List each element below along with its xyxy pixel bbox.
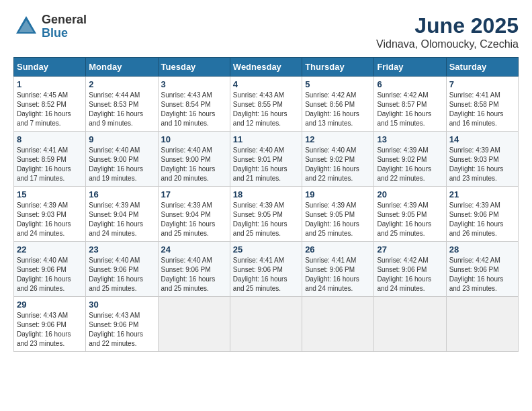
- day-info: Sunrise: 4:39 AM Sunset: 9:03 PM Dayligh…: [449, 146, 515, 183]
- calendar-day-cell: 16Sunrise: 4:39 AM Sunset: 9:04 PM Dayli…: [86, 187, 158, 242]
- day-info: Sunrise: 4:42 AM Sunset: 8:56 PM Dayligh…: [305, 91, 371, 128]
- day-number: 2: [89, 79, 154, 89]
- day-number: 24: [161, 244, 227, 255]
- day-number: 9: [89, 134, 154, 144]
- calendar-week-5: 29Sunrise: 4:43 AM Sunset: 9:06 PM Dayli…: [14, 297, 519, 352]
- col-header-thursday: Thursday: [302, 58, 374, 77]
- calendar-day-cell: 27Sunrise: 4:42 AM Sunset: 9:06 PM Dayli…: [374, 242, 446, 297]
- day-number: 11: [233, 134, 299, 144]
- col-header-monday: Monday: [86, 58, 158, 77]
- day-info: Sunrise: 4:41 AM Sunset: 8:58 PM Dayligh…: [449, 91, 515, 128]
- day-number: 13: [377, 134, 443, 144]
- day-number: 26: [305, 244, 371, 255]
- calendar-header-row: SundayMondayTuesdayWednesdayThursdayFrid…: [14, 58, 519, 77]
- calendar-day-cell: 9Sunrise: 4:40 AM Sunset: 9:00 PM Daylig…: [86, 132, 158, 187]
- day-info: Sunrise: 4:43 AM Sunset: 8:54 PM Dayligh…: [161, 91, 227, 128]
- day-number: 16: [89, 189, 154, 199]
- calendar-day-cell: 28Sunrise: 4:42 AM Sunset: 9:06 PM Dayli…: [446, 242, 518, 297]
- day-number: 8: [17, 134, 83, 144]
- day-info: Sunrise: 4:39 AM Sunset: 9:04 PM Dayligh…: [161, 201, 227, 238]
- calendar-week-4: 22Sunrise: 4:40 AM Sunset: 9:06 PM Dayli…: [14, 242, 519, 297]
- day-number: 7: [449, 79, 515, 89]
- day-info: Sunrise: 4:40 AM Sunset: 9:00 PM Dayligh…: [89, 146, 154, 183]
- col-header-saturday: Saturday: [446, 58, 518, 77]
- calendar-day-cell: 7Sunrise: 4:41 AM Sunset: 8:58 PM Daylig…: [446, 77, 518, 132]
- location-subtitle: Vidnava, Olomoucky, Czechia: [376, 38, 519, 50]
- day-number: 20: [377, 189, 443, 199]
- calendar-day-cell: 22Sunrise: 4:40 AM Sunset: 9:06 PM Dayli…: [14, 242, 86, 297]
- day-number: 10: [161, 134, 227, 144]
- day-info: Sunrise: 4:39 AM Sunset: 9:05 PM Dayligh…: [305, 201, 371, 238]
- calendar-day-cell: [158, 297, 230, 352]
- day-number: 6: [377, 79, 443, 89]
- day-number: 14: [449, 134, 515, 144]
- calendar-day-cell: 11Sunrise: 4:40 AM Sunset: 9:01 PM Dayli…: [230, 132, 302, 187]
- calendar-day-cell: [446, 297, 518, 352]
- day-number: 12: [305, 134, 371, 144]
- calendar-day-cell: 25Sunrise: 4:41 AM Sunset: 9:06 PM Dayli…: [230, 242, 302, 297]
- day-info: Sunrise: 4:39 AM Sunset: 9:03 PM Dayligh…: [17, 201, 83, 238]
- day-info: Sunrise: 4:41 AM Sunset: 9:06 PM Dayligh…: [305, 256, 371, 293]
- day-info: Sunrise: 4:40 AM Sunset: 9:06 PM Dayligh…: [89, 256, 154, 293]
- day-number: 5: [305, 79, 371, 89]
- day-number: 3: [161, 79, 227, 89]
- logo-blue: Blue: [42, 27, 87, 40]
- day-info: Sunrise: 4:44 AM Sunset: 8:53 PM Dayligh…: [89, 91, 154, 128]
- calendar-day-cell: [302, 297, 374, 352]
- day-number: 28: [449, 244, 515, 255]
- day-number: 25: [233, 244, 299, 255]
- day-number: 29: [17, 300, 83, 310]
- day-info: Sunrise: 4:42 AM Sunset: 9:06 PM Dayligh…: [449, 256, 515, 293]
- day-info: Sunrise: 4:40 AM Sunset: 9:06 PM Dayligh…: [161, 256, 227, 293]
- calendar-day-cell: 26Sunrise: 4:41 AM Sunset: 9:06 PM Dayli…: [302, 242, 374, 297]
- day-info: Sunrise: 4:40 AM Sunset: 9:06 PM Dayligh…: [17, 256, 83, 293]
- calendar-day-cell: 12Sunrise: 4:40 AM Sunset: 9:02 PM Dayli…: [302, 132, 374, 187]
- calendar-day-cell: 13Sunrise: 4:39 AM Sunset: 9:02 PM Dayli…: [374, 132, 446, 187]
- calendar-day-cell: 2Sunrise: 4:44 AM Sunset: 8:53 PM Daylig…: [86, 77, 158, 132]
- day-number: 18: [233, 189, 299, 199]
- day-info: Sunrise: 4:40 AM Sunset: 9:00 PM Dayligh…: [161, 146, 227, 183]
- col-header-friday: Friday: [374, 58, 446, 77]
- calendar-day-cell: 20Sunrise: 4:39 AM Sunset: 9:05 PM Dayli…: [374, 187, 446, 242]
- calendar-day-cell: 10Sunrise: 4:40 AM Sunset: 9:00 PM Dayli…: [158, 132, 230, 187]
- calendar-day-cell: 15Sunrise: 4:39 AM Sunset: 9:03 PM Dayli…: [14, 187, 86, 242]
- day-number: 21: [449, 189, 515, 199]
- col-header-tuesday: Tuesday: [158, 58, 230, 77]
- month-title: June 2025: [376, 13, 519, 38]
- day-number: 15: [17, 189, 83, 199]
- day-info: Sunrise: 4:45 AM Sunset: 8:52 PM Dayligh…: [17, 91, 83, 128]
- day-info: Sunrise: 4:39 AM Sunset: 9:02 PM Dayligh…: [377, 146, 443, 183]
- calendar-day-cell: 3Sunrise: 4:43 AM Sunset: 8:54 PM Daylig…: [158, 77, 230, 132]
- day-info: Sunrise: 4:39 AM Sunset: 9:04 PM Dayligh…: [89, 201, 154, 238]
- day-number: 1: [17, 79, 83, 89]
- calendar-day-cell: 6Sunrise: 4:42 AM Sunset: 8:57 PM Daylig…: [374, 77, 446, 132]
- calendar-day-cell: 24Sunrise: 4:40 AM Sunset: 9:06 PM Dayli…: [158, 242, 230, 297]
- calendar-day-cell: 30Sunrise: 4:43 AM Sunset: 9:06 PM Dayli…: [86, 297, 158, 352]
- calendar-day-cell: 21Sunrise: 4:39 AM Sunset: 9:06 PM Dayli…: [446, 187, 518, 242]
- calendar-day-cell: 8Sunrise: 4:41 AM Sunset: 8:59 PM Daylig…: [14, 132, 86, 187]
- day-number: 30: [89, 300, 154, 310]
- day-info: Sunrise: 4:39 AM Sunset: 9:05 PM Dayligh…: [377, 201, 443, 238]
- day-number: 27: [377, 244, 443, 255]
- logo-general: General: [42, 13, 87, 27]
- day-info: Sunrise: 4:40 AM Sunset: 9:01 PM Dayligh…: [233, 146, 299, 183]
- day-number: 23: [89, 244, 154, 255]
- calendar-day-cell: 18Sunrise: 4:39 AM Sunset: 9:05 PM Dayli…: [230, 187, 302, 242]
- calendar-day-cell: 5Sunrise: 4:42 AM Sunset: 8:56 PM Daylig…: [302, 77, 374, 132]
- day-info: Sunrise: 4:43 AM Sunset: 9:06 PM Dayligh…: [17, 311, 83, 349]
- calendar-table: SundayMondayTuesdayWednesdayThursdayFrid…: [13, 57, 519, 352]
- calendar-day-cell: 29Sunrise: 4:43 AM Sunset: 9:06 PM Dayli…: [14, 297, 86, 352]
- day-info: Sunrise: 4:41 AM Sunset: 9:06 PM Dayligh…: [233, 256, 299, 293]
- calendar-day-cell: 23Sunrise: 4:40 AM Sunset: 9:06 PM Dayli…: [86, 242, 158, 297]
- logo-icon: [13, 13, 39, 39]
- day-number: 22: [17, 244, 83, 255]
- day-info: Sunrise: 4:41 AM Sunset: 8:59 PM Dayligh…: [17, 146, 83, 183]
- day-info: Sunrise: 4:43 AM Sunset: 8:55 PM Dayligh…: [233, 91, 299, 128]
- calendar-week-2: 8Sunrise: 4:41 AM Sunset: 8:59 PM Daylig…: [14, 132, 519, 187]
- calendar-day-cell: 17Sunrise: 4:39 AM Sunset: 9:04 PM Dayli…: [158, 187, 230, 242]
- day-info: Sunrise: 4:42 AM Sunset: 9:06 PM Dayligh…: [377, 256, 443, 293]
- day-info: Sunrise: 4:42 AM Sunset: 8:57 PM Dayligh…: [377, 91, 443, 128]
- day-number: 19: [305, 189, 371, 199]
- day-number: 17: [161, 189, 227, 199]
- day-info: Sunrise: 4:39 AM Sunset: 9:05 PM Dayligh…: [233, 201, 299, 238]
